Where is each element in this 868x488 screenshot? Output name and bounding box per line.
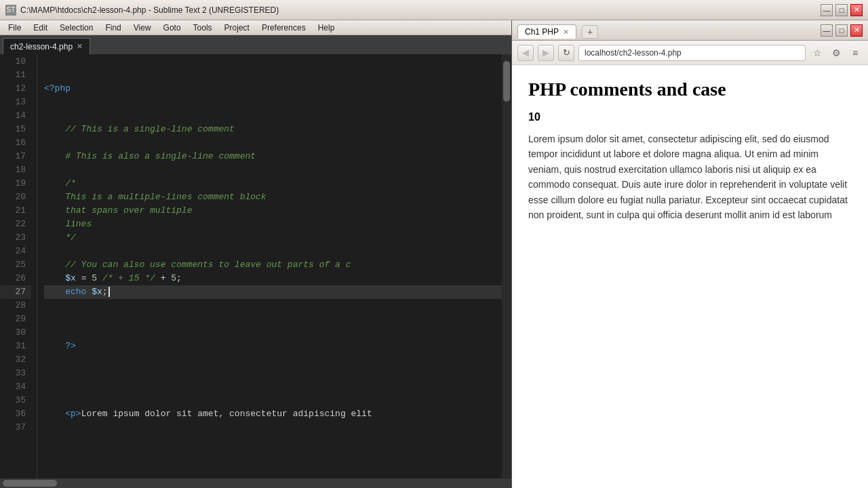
code-line[interactable] (44, 68, 502, 82)
tab-filename: ch2-lesson-4.php (10, 42, 73, 52)
code-line[interactable]: that spans over multiple (44, 204, 502, 218)
browser-container: Ch1 PHP ✕ + — □ ✕ ◀ ▶ ↻ localhost/ch2-le… (512, 20, 868, 488)
menu-file[interactable]: File (3, 22, 26, 34)
browser-toolbar: ◀ ▶ ↻ localhost/ch2-lesson-4.php ☆ ⚙ ≡ (512, 41, 868, 65)
code-line[interactable] (44, 109, 502, 123)
menu-edit[interactable]: Edit (28, 22, 53, 34)
code-area[interactable]: 1011121314151617181920212223242526272829… (0, 54, 511, 479)
line-numbers: 1011121314151617181920212223242526272829… (0, 54, 37, 479)
scrollbar-thumb[interactable] (503, 61, 510, 102)
code-line[interactable]: ?> (44, 340, 502, 353)
code-line[interactable] (44, 367, 502, 380)
browser-tab-close[interactable]: ✕ (563, 28, 569, 37)
back-button[interactable]: ◀ (517, 45, 534, 61)
tab-bar: ch2-lesson-4.php ✕ (0, 35, 511, 54)
settings-button[interactable]: ⚙ (829, 45, 844, 60)
code-line[interactable]: $x = 5 /* + 15 */ + 5; (44, 272, 502, 285)
browser-title-bar: Ch1 PHP ✕ + — □ ✕ (512, 20, 868, 41)
vertical-scrollbar[interactable] (502, 54, 511, 479)
browser-content: PHP comments and case 10 Lorem ipsum dol… (512, 65, 868, 488)
code-line[interactable] (44, 96, 502, 109)
horizontal-scrollbar-thumb[interactable] (3, 480, 57, 487)
close-button[interactable]: ✕ (850, 4, 863, 16)
code-line[interactable]: <p>Lorem ipsum dolor sit amet, consectet… (44, 407, 502, 421)
page-heading: PHP comments and case (528, 79, 852, 100)
code-line[interactable] (44, 353, 502, 367)
browser-close-button[interactable]: ✕ (850, 24, 863, 37)
tab-close-button[interactable]: ✕ (77, 42, 83, 51)
minimize-button[interactable]: — (821, 4, 833, 16)
title-bar: ST C:\MAMP\htdocs\ch2-lesson-4.php - Sub… (0, 0, 868, 20)
menu-goto[interactable]: Goto (158, 22, 186, 34)
window-title: C:\MAMP\htdocs\ch2-lesson-4.php - Sublim… (20, 5, 279, 15)
menu-project[interactable]: Project (219, 22, 255, 34)
main-container: File Edit Selection Find View Goto Tools… (0, 20, 868, 488)
page-number: 10 (528, 111, 852, 123)
browser-minimize-button[interactable]: — (821, 24, 833, 37)
code-line[interactable]: <?php (44, 82, 502, 96)
browser-tab-title: Ch1 PHP (525, 27, 559, 37)
menu-selection[interactable]: Selection (54, 22, 98, 34)
code-line[interactable] (44, 326, 502, 340)
code-line[interactable]: echo $x; (44, 285, 502, 299)
code-line[interactable] (44, 394, 502, 407)
code-line[interactable] (44, 163, 502, 177)
menu-help[interactable]: Help (313, 22, 340, 34)
code-line[interactable] (44, 55, 502, 68)
browser-window-controls: — □ ✕ (821, 24, 863, 37)
code-line[interactable]: /* (44, 177, 502, 190)
code-line[interactable]: // This is a single-line comment (44, 123, 502, 136)
address-bar[interactable]: localhost/ch2-lesson-4.php (578, 45, 806, 61)
browser-tab[interactable]: Ch1 PHP ✕ (517, 24, 576, 39)
forward-button[interactable]: ▶ (538, 45, 554, 61)
code-line[interactable]: This is a multiple-lines comment block (44, 190, 502, 204)
code-editor[interactable]: <?php // This is a single-line comment #… (37, 54, 502, 479)
menu-view[interactable]: View (128, 22, 157, 34)
code-line[interactable] (44, 312, 502, 326)
code-line[interactable]: */ (44, 231, 502, 245)
page-body-text: Lorem ipsum dolor sit amet, consectetur … (528, 131, 852, 222)
maximize-button[interactable]: □ (835, 4, 848, 16)
code-line[interactable] (44, 136, 502, 150)
menu-find[interactable]: Find (100, 22, 126, 34)
code-line[interactable]: # This is also a single-line comment (44, 150, 502, 163)
code-line[interactable] (44, 380, 502, 394)
app-icon: ST (5, 5, 16, 16)
new-tab-button[interactable]: + (582, 25, 598, 39)
bookmark-button[interactable]: ☆ (810, 45, 825, 60)
editor-container: File Edit Selection Find View Goto Tools… (0, 20, 512, 488)
address-text: localhost/ch2-lesson-4.php (585, 48, 682, 58)
code-line[interactable]: lines (44, 218, 502, 231)
code-line[interactable]: // You can also use comments to leave ou… (44, 258, 502, 272)
code-line[interactable] (44, 245, 502, 258)
menu-preferences[interactable]: Preferences (256, 22, 311, 34)
code-line[interactable] (44, 421, 502, 434)
menu-tools[interactable]: Tools (188, 22, 218, 34)
refresh-button[interactable]: ↻ (558, 45, 574, 61)
bottom-scrollbar[interactable] (0, 479, 511, 488)
editor-tab[interactable]: ch2-lesson-4.php ✕ (3, 38, 90, 54)
browser-maximize-button[interactable]: □ (835, 24, 848, 37)
code-line[interactable] (44, 299, 502, 312)
menu-bar: File Edit Selection Find View Goto Tools… (0, 20, 511, 35)
menu-button[interactable]: ≡ (848, 45, 863, 60)
